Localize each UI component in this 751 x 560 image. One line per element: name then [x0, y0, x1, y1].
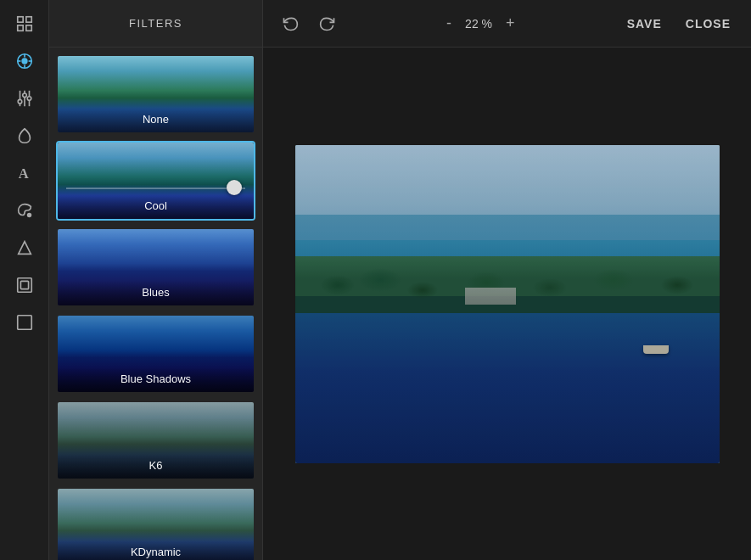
svg-rect-22: [20, 281, 28, 288]
svg-rect-1: [25, 17, 31, 22]
filters-header: FILTERS: [49, 0, 262, 48]
tool-frame1[interactable]: [8, 268, 42, 302]
close-button[interactable]: CLOSE: [679, 14, 737, 34]
filter-kdynamic-label: KDynamic: [58, 540, 254, 560]
filters-panel: FILTERS None Cool Blues: [49, 0, 263, 560]
tool-frame2[interactable]: [8, 305, 42, 339]
undo-button[interactable]: [277, 10, 304, 37]
filter-blue-shadows[interactable]: Blue Shadows: [56, 314, 255, 394]
filter-blue-shadows-thumbnail: Blue Shadows: [58, 316, 254, 392]
zoom-out-button[interactable]: -: [443, 11, 455, 36]
save-button[interactable]: SAVE: [620, 14, 669, 34]
tool-blur[interactable]: [8, 119, 42, 153]
canvas-area: [263, 48, 751, 560]
filter-none-thumbnail: None: [58, 56, 254, 132]
filter-blues[interactable]: Blues: [56, 227, 255, 307]
filter-kdynamic-thumbnail: KDynamic: [58, 489, 254, 560]
svg-rect-23: [17, 316, 31, 330]
tool-shape[interactable]: [8, 231, 42, 265]
photo-scene: [295, 145, 720, 463]
main-area: - 22 % + SAVE CLOSE: [263, 0, 751, 560]
svg-point-16: [27, 97, 31, 101]
photo-canvas: [295, 145, 720, 463]
filter-kdynamic[interactable]: KDynamic: [56, 487, 255, 560]
filter-none[interactable]: None: [56, 54, 255, 134]
top-bar-right: SAVE CLOSE: [620, 14, 737, 34]
buildings: [465, 288, 516, 305]
svg-point-20: [26, 213, 31, 218]
filter-blues-thumbnail: Blues: [58, 229, 254, 305]
svg-rect-0: [17, 17, 22, 22]
svg-rect-2: [17, 25, 22, 31]
redo-button[interactable]: [314, 10, 341, 37]
tool-filters[interactable]: [8, 44, 42, 78]
tool-paint[interactable]: [8, 193, 42, 227]
filter-k6-thumbnail: K6: [58, 402, 254, 479]
left-toolbar: A: [0, 0, 49, 560]
filters-list[interactable]: None Cool Blues Blue Shadows: [49, 48, 262, 560]
filter-blue-shadows-label: Blue Shadows: [58, 367, 254, 392]
filter-k6-label: K6: [58, 454, 254, 479]
filters-title: FILTERS: [129, 17, 182, 30]
filter-none-label: None: [58, 108, 254, 132]
tool-text[interactable]: A: [8, 156, 42, 190]
filter-cool-handle[interactable]: [227, 180, 242, 195]
deep-water: [295, 313, 720, 462]
svg-rect-3: [25, 25, 31, 31]
filter-blues-label: Blues: [58, 281, 254, 305]
svg-point-5: [21, 58, 27, 64]
tool-grid[interactable]: [8, 7, 42, 41]
filter-cool-track: [66, 188, 245, 189]
top-bar-center: - 22 % +: [341, 11, 620, 36]
svg-text:A: A: [18, 165, 28, 182]
filter-cool[interactable]: Cool: [56, 141, 255, 221]
filter-k6[interactable]: K6: [56, 400, 255, 480]
svg-point-10: [22, 93, 26, 98]
svg-rect-21: [17, 278, 31, 293]
filter-cool-thumbnail: Cool: [58, 143, 254, 219]
zoom-value: 22 %: [462, 17, 496, 31]
filter-cool-label: Cool: [58, 194, 254, 219]
tool-adjust[interactable]: [8, 81, 42, 115]
zoom-in-button[interactable]: +: [502, 11, 518, 36]
svg-point-13: [18, 99, 22, 104]
top-bar: - 22 % + SAVE CLOSE: [263, 0, 751, 48]
boat: [643, 345, 669, 354]
top-bar-left: [277, 10, 341, 37]
